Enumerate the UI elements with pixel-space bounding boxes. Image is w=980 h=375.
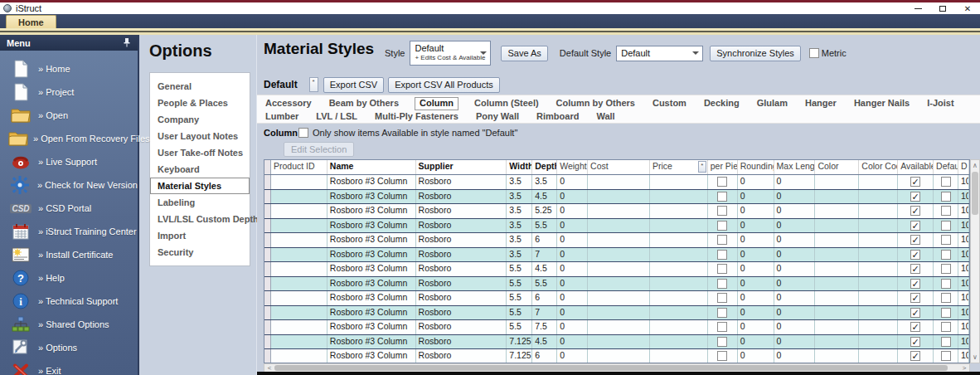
cell-name[interactable]: Rosboro #3 Column [327,248,416,262]
cell-color[interactable] [815,306,859,320]
row-selector[interactable] [264,277,271,291]
cell-color[interactable] [815,233,859,247]
category-tab-column-by-others[interactable]: Column by Others [555,97,637,110]
cell-available[interactable]: ✓ [898,248,934,262]
cell-price[interactable] [650,320,708,334]
cell-width[interactable]: 3.5 [507,190,532,204]
cell-per_piece[interactable] [708,262,738,276]
cell-per_piece[interactable] [708,320,738,334]
cell-rounding[interactable]: 0 [738,320,774,334]
price-options-mini-button[interactable]: * [698,161,706,173]
scroll-right-icon[interactable]: > [959,364,969,372]
cell-per_piece[interactable] [708,233,738,247]
cell-name[interactable]: Rosboro #3 Column [327,306,416,320]
row-selector[interactable] [264,320,271,334]
cell-weight[interactable]: 0 [557,320,588,334]
category-tab-glulam[interactable]: Glulam [755,97,789,110]
table-row[interactable]: Rosboro #3 ColumnRosboro3.55.5000✓10 [264,219,969,234]
cell-rounding[interactable]: 0 [738,204,774,218]
cell-default[interactable] [934,204,958,218]
cell-default[interactable] [934,306,958,320]
cell-width[interactable]: 7.125 [507,349,532,363]
available-checkbox[interactable]: ✓ [910,206,920,216]
cell-price[interactable] [650,335,708,349]
column-header-available[interactable]: Available [898,160,934,174]
cell-d[interactable]: 10 [958,204,969,218]
options-item-labeling[interactable]: Labeling [150,194,250,211]
category-tab-custom[interactable]: Custom [651,97,688,110]
cell-product_id[interactable] [271,320,327,334]
cell-rounding[interactable]: 0 [738,335,774,349]
options-item-general[interactable]: General [150,78,250,95]
cell-per_piece[interactable] [708,175,738,189]
column-header-weight[interactable]: Weight [557,160,588,174]
cell-default[interactable] [934,175,958,189]
cell-max_length[interactable]: 0 [774,335,816,349]
cell-color[interactable] [815,219,859,233]
default-checkbox[interactable] [941,337,951,347]
per_piece-checkbox[interactable] [717,308,727,318]
column-header-name[interactable]: Name [327,160,416,174]
default-checkbox[interactable] [941,177,951,187]
sidebar-item-live-support[interactable]: » Live Support [8,150,138,173]
cell-depth[interactable]: 7.5 [532,320,557,334]
cell-d[interactable]: 10 [958,306,969,320]
cell-product_id[interactable] [271,248,327,262]
category-tab-pony-wall[interactable]: Pony Wall [474,110,521,124]
table-row[interactable]: Rosboro #3 ColumnRosboro3.53.5000✓10 [264,175,969,190]
cell-rounding[interactable]: 0 [738,219,774,233]
cell-cost[interactable] [588,204,650,218]
column-header-width[interactable]: Width [507,160,532,174]
cell-supplier[interactable]: Rosboro [416,335,507,349]
cell-supplier[interactable]: Rosboro [416,306,507,320]
per_piece-checkbox[interactable] [717,322,727,332]
cell-cost[interactable] [588,190,650,204]
cell-max_length[interactable]: 0 [774,233,816,247]
only-show-available-checkbox[interactable] [298,128,308,138]
save-as-button[interactable]: Save As [501,46,547,61]
category-tab-rimboard[interactable]: Rimboard [535,110,580,124]
cell-per_piece[interactable] [708,291,738,305]
cell-width[interactable]: 3.5 [507,233,532,247]
cell-max_length[interactable]: 0 [774,248,816,262]
cell-color_code[interactable] [859,306,898,320]
cell-color_code[interactable] [859,190,898,204]
default-checkbox[interactable] [941,279,951,289]
available-checkbox[interactable]: ✓ [910,351,920,361]
category-tab-i-joist[interactable]: I-Joist [925,97,955,110]
cell-d[interactable]: 10 [958,291,969,305]
cell-cost[interactable] [588,219,650,233]
cell-available[interactable]: ✓ [898,233,934,247]
column-header-max-length[interactable]: Max Length [774,160,816,174]
available-checkbox[interactable]: ✓ [910,279,920,289]
per_piece-checkbox[interactable] [717,177,727,187]
cell-supplier[interactable]: Rosboro [416,175,507,189]
cell-weight[interactable]: 0 [557,204,588,218]
table-row[interactable]: Rosboro #3 ColumnRosboro7.1254.5000✓10 [264,335,969,350]
cell-product_id[interactable] [271,190,327,204]
options-item-company[interactable]: Company [150,111,250,128]
cell-weight[interactable]: 0 [557,291,588,305]
cell-d[interactable]: 10 [958,277,969,291]
synchronize-styles-button[interactable]: Synchronize Styles [710,46,801,61]
available-checkbox[interactable]: ✓ [910,177,920,187]
cell-color[interactable] [815,204,859,218]
cell-color_code[interactable] [859,233,898,247]
row-selector[interactable] [264,306,271,320]
cell-product_id[interactable] [271,306,327,320]
cell-rounding[interactable]: 0 [738,190,774,204]
table-row[interactable]: Rosboro #3 ColumnRosboro5.55.5000✓10 [264,277,969,292]
cell-available[interactable]: ✓ [898,175,934,189]
cell-color_code[interactable] [859,248,898,262]
cell-color[interactable] [815,190,859,204]
cell-available[interactable]: ✓ [898,320,934,334]
cell-color_code[interactable] [859,204,898,218]
sidebar-item-open-recovery[interactable]: » Open From Recovery Files [8,127,138,150]
cell-price[interactable] [650,204,708,218]
category-tab-accessory[interactable]: Accessory [264,97,313,110]
column-header-supplier[interactable]: Supplier [416,160,507,174]
cell-weight[interactable]: 0 [557,262,588,276]
category-tab-beam-by-others[interactable]: Beam by Others [327,97,400,110]
cell-available[interactable]: ✓ [898,190,934,204]
sidebar-item-check-version[interactable]: » Check for New Version [8,173,138,197]
